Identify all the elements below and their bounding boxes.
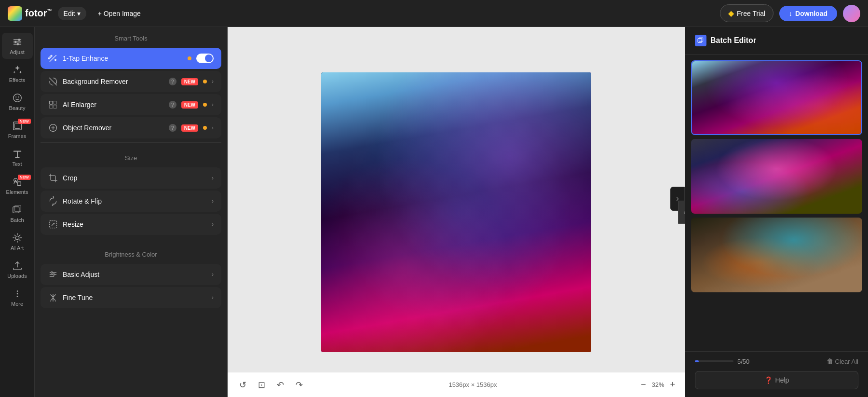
tool-one-tap-enhance[interactable]: 1-Tap Enhance — [41, 48, 221, 69]
fine-tune-icon — [48, 293, 58, 302]
tool-fine-tune[interactable]: Fine Tune › — [41, 287, 221, 308]
sparkles-icon — [12, 65, 23, 75]
sidebar-item-frames[interactable]: NEW Frames — [2, 117, 33, 143]
header-right: ◆ Free Trial ↓ Download — [720, 4, 860, 22]
progress-bar-container — [695, 360, 733, 362]
redo-button[interactable]: ↷ — [294, 378, 305, 392]
enhance-toggle[interactable] — [196, 54, 214, 63]
logo-tm: ™ — [47, 8, 52, 14]
sidebar-item-ai-art[interactable]: AI Art — [2, 229, 33, 255]
sidebar-item-effects-label: Effects — [9, 77, 25, 83]
sidebar-item-text[interactable]: Text — [2, 145, 33, 171]
batch-editor-header: Batch Editor — [685, 27, 868, 55]
batch-image-3[interactable] — [691, 218, 862, 292]
help-icon: ❓ — [764, 376, 773, 384]
batch-footer: 5/50 🗑 Clear All — [685, 351, 868, 371]
tools-panel: Smart Tools 1-Tap Enhance Background Rem… — [35, 27, 228, 397]
batch-images-list — [685, 55, 868, 351]
main-image — [321, 72, 591, 352]
undo-button[interactable]: ↶ — [275, 378, 286, 392]
canvas-toolbar-right: − 32% + — [641, 380, 675, 390]
tool-rotate-flip[interactable]: Rotate & Flip › — [41, 191, 221, 212]
canvas-area: ‹ ↺ ⊡ ↶ ↷ 1536px × 1536px − 32% + — [228, 27, 685, 397]
svg-point-10 — [15, 96, 16, 97]
collapse-panel-button[interactable]: ‹ — [678, 201, 685, 224]
zoom-in-button[interactable]: + — [670, 380, 675, 390]
sidebar-item-uploads[interactable]: Uploads — [2, 257, 33, 283]
tool-object-remover[interactable]: Object Remover ? NEW › — [41, 117, 221, 138]
svg-point-18 — [15, 236, 19, 239]
zoom-level: 32% — [651, 381, 664, 388]
sidebar-item-beauty-label: Beauty — [9, 105, 25, 111]
tool-basic-adjust[interactable]: Basic Adjust › — [41, 264, 221, 285]
sidebar-item-beauty[interactable]: Beauty — [2, 89, 33, 115]
batch-image-2[interactable] — [691, 139, 862, 214]
svg-point-8 — [16, 43, 19, 45]
avatar-image — [843, 5, 860, 22]
object-remover-arrow: › — [212, 124, 214, 131]
canvas-image-size: 1536px × 1536px — [448, 381, 497, 388]
free-trial-label: Free Trial — [737, 10, 765, 17]
tool-basic-adjust-label: Basic Adjust — [63, 271, 207, 278]
tool-background-remover[interactable]: Background Remover ? NEW › — [41, 71, 221, 92]
undo-rotate-button[interactable]: ↺ — [237, 378, 248, 392]
enhance-dot — [188, 56, 191, 60]
object-remover-icon — [48, 123, 58, 133]
object-remover-question[interactable]: ? — [169, 124, 176, 132]
tool-resize-label: Resize — [63, 220, 207, 228]
brightness-color-label: Brightness & Color — [35, 243, 227, 262]
edit-button[interactable]: Edit ▾ — [58, 7, 86, 20]
svg-rect-4 — [16, 41, 21, 42]
sidebar-item-more[interactable]: More — [2, 285, 33, 311]
svg-point-11 — [18, 96, 19, 97]
tool-ai-enlarger[interactable]: AI Enlarger ? NEW › — [41, 94, 221, 115]
avatar[interactable] — [843, 5, 860, 22]
size-label: Size — [35, 147, 227, 165]
svg-rect-15 — [17, 182, 21, 185]
svg-point-9 — [13, 94, 21, 102]
svg-rect-17 — [14, 205, 21, 212]
bg-remover-new-badge: NEW — [181, 78, 198, 85]
progress-bar-fill — [695, 360, 699, 362]
edit-label: Edit — [64, 10, 75, 17]
batch-progress: 5/50 — [695, 358, 749, 365]
sidebar-item-batch[interactable]: Batch — [2, 201, 33, 227]
divider-brightness — [41, 239, 221, 239]
sliders-icon — [12, 37, 23, 47]
batch-image-1[interactable] — [691, 60, 862, 135]
batch-icon — [12, 205, 23, 215]
tool-resize[interactable]: Resize › — [41, 214, 221, 235]
download-button[interactable]: ↓ Download — [779, 6, 837, 21]
help-button[interactable]: ❓ Help — [695, 371, 858, 389]
flip-button[interactable]: ⊡ — [256, 378, 267, 392]
rotate-icon — [48, 196, 58, 206]
crop-icon — [48, 173, 58, 183]
basic-adjust-arrow: › — [212, 271, 214, 278]
tool-one-tap-enhance-label: 1-Tap Enhance — [63, 55, 183, 62]
sidebar-item-ai-art-label: AI Art — [11, 245, 24, 251]
elements-new-badge: NEW — [18, 175, 31, 180]
sidebar-item-adjust-label: Adjust — [10, 49, 25, 55]
bg-remover-arrow: › — [212, 78, 214, 85]
download-label: Download — [795, 10, 827, 17]
download-icon: ↓ — [789, 10, 792, 17]
batch-editor-title: Batch Editor — [710, 36, 756, 45]
free-trial-button[interactable]: ◆ Free Trial — [720, 4, 773, 22]
sidebar-item-effects[interactable]: Effects — [2, 61, 33, 87]
sidebar-item-elements[interactable]: NEW Elements — [2, 173, 33, 199]
sidebar-item-uploads-label: Uploads — [7, 273, 27, 279]
face-icon — [12, 93, 23, 103]
sidebar-item-frames-label: Frames — [8, 133, 26, 139]
ai-enlarger-question[interactable]: ? — [169, 101, 176, 109]
zoom-out-button[interactable]: − — [641, 380, 646, 390]
sidebar-item-adjust[interactable]: Adjust — [2, 33, 33, 59]
right-panel: Batch Editor 5/50 🗑 Clear All — [685, 27, 868, 397]
tool-crop[interactable]: Crop › — [41, 167, 221, 189]
open-image-button[interactable]: + Open Image — [92, 7, 147, 20]
bg-remover-question[interactable]: ? — [169, 78, 176, 85]
header-left: fotor™ Edit ▾ + Open Image — [8, 6, 147, 21]
clear-all-button[interactable]: 🗑 Clear All — [827, 357, 858, 365]
svg-point-2 — [18, 39, 20, 41]
svg-rect-16 — [13, 207, 19, 213]
open-image-label: + Open Image — [98, 10, 141, 17]
